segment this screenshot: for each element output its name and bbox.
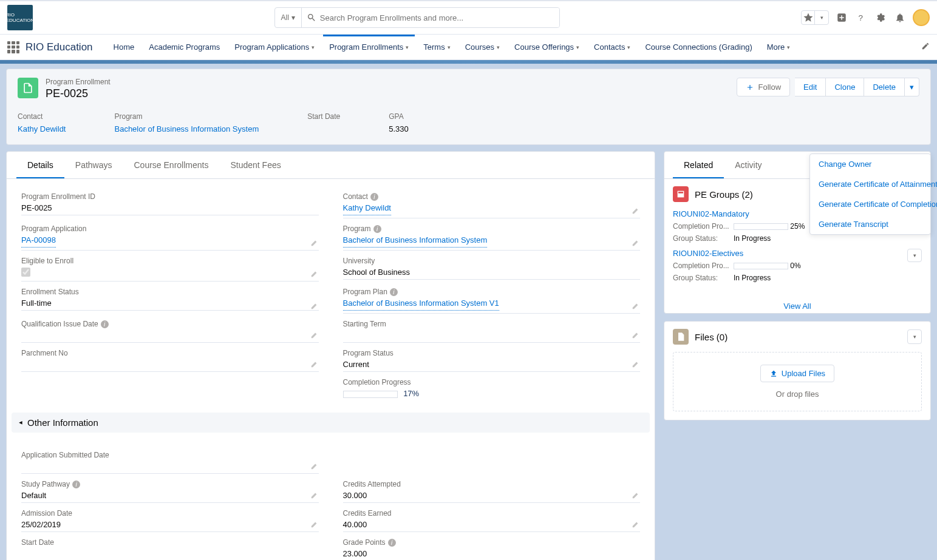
chevron-down-icon: ▾ xyxy=(627,44,630,50)
highlight-program-link[interactable]: Bachelor of Business Information System xyxy=(114,124,259,133)
info-icon[interactable]: i xyxy=(388,539,396,547)
view-all-link[interactable]: View All xyxy=(783,302,811,311)
nav-item[interactable]: Course Connections (Grading) xyxy=(639,35,758,59)
search-input[interactable] xyxy=(302,8,559,27)
tab[interactable]: Activity xyxy=(724,152,772,178)
eligible-label: Eligible to Enroll xyxy=(21,257,319,265)
nav-item[interactable]: Courses▾ xyxy=(459,35,506,59)
menu-item[interactable]: Generate Certificate of Completion xyxy=(810,194,930,214)
info-icon[interactable]: i xyxy=(390,288,398,296)
section-other-information[interactable]: ▾ Other Information xyxy=(12,413,650,433)
setup-gear-icon[interactable] xyxy=(874,11,887,24)
pe-groups-icon xyxy=(673,186,689,202)
university-label: University xyxy=(343,257,641,265)
program-application-link[interactable]: PA-00098 xyxy=(21,235,56,248)
star-icon[interactable] xyxy=(802,11,815,24)
file-drop-zone[interactable]: Upload Files Or drop files xyxy=(673,352,922,411)
menu-item[interactable]: Generate Transcript xyxy=(810,214,930,234)
nav-item[interactable]: Terms▾ xyxy=(417,35,456,59)
info-icon[interactable]: i xyxy=(72,481,80,488)
edit-pencil-icon[interactable] xyxy=(310,238,319,247)
app-launcher-icon[interactable] xyxy=(7,41,19,53)
edit-pencil-icon[interactable] xyxy=(632,360,640,368)
edit-pencil-icon[interactable] xyxy=(310,269,319,278)
chevron-down-icon: ▾ xyxy=(497,44,500,50)
completion-label: Completion Progress xyxy=(343,378,641,386)
tab[interactable]: Related xyxy=(673,152,724,178)
help-icon[interactable]: ? xyxy=(854,11,868,24)
pe-group-menu[interactable]: ▾ xyxy=(907,249,922,262)
nav-item[interactable]: Academic Programs xyxy=(143,35,226,59)
edit-pencil-icon[interactable] xyxy=(310,331,319,339)
university-value: School of Business xyxy=(343,265,641,280)
app-submitted-label: Application Submitted Date xyxy=(21,451,319,459)
favorites-dropdown[interactable]: ▾ xyxy=(815,11,828,24)
tab[interactable]: Course Enrollments xyxy=(123,152,220,178)
study-pathway-value: Default xyxy=(21,488,319,503)
user-avatar[interactable] xyxy=(913,9,930,26)
files-title[interactable]: Files (0) xyxy=(695,332,901,342)
highlight-startdate-label: Start Date xyxy=(307,112,340,121)
edit-button[interactable]: Edit xyxy=(795,78,826,96)
global-search: All ▾ xyxy=(274,7,560,28)
actions-menu: Change OwnerGenerate Certificate of Atta… xyxy=(809,153,931,235)
tab[interactable]: Pathways xyxy=(64,152,123,178)
edit-pencil-icon[interactable] xyxy=(632,520,640,528)
tab[interactable]: Details xyxy=(16,152,64,178)
edit-pencil-icon[interactable] xyxy=(310,360,319,368)
upload-files-button[interactable]: Upload Files xyxy=(760,365,834,382)
nav-item[interactable]: Program Enrollments▾ xyxy=(323,35,415,59)
menu-item[interactable]: Generate Certificate of Attainment xyxy=(810,174,930,194)
svg-text:?: ? xyxy=(859,13,864,22)
search-scope-selector[interactable]: All ▾ xyxy=(275,8,302,27)
edit-pencil-icon[interactable] xyxy=(310,462,319,470)
info-icon[interactable]: i xyxy=(370,193,378,201)
tab[interactable]: Student Fees xyxy=(219,152,291,178)
nav-item[interactable]: More▾ xyxy=(761,35,797,59)
start-date-value xyxy=(21,547,319,560)
start-date-label: Start Date xyxy=(21,538,319,547)
global-actions-icon[interactable] xyxy=(835,11,848,24)
files-menu[interactable]: ▾ xyxy=(907,329,922,344)
program-link[interactable]: Bachelor of Business Information System xyxy=(343,235,488,248)
edit-pencil-icon[interactable] xyxy=(310,302,319,310)
starting-term-value xyxy=(343,328,641,343)
pe-group-link[interactable]: RIOUNI02-Electives xyxy=(673,249,922,258)
clone-button[interactable]: Clone xyxy=(826,78,864,96)
nav-item[interactable]: Contacts▾ xyxy=(588,35,636,59)
nav-item[interactable]: Program Applications▾ xyxy=(228,35,321,59)
edit-pencil-icon[interactable] xyxy=(632,302,640,310)
nav-item[interactable]: Home xyxy=(107,35,141,59)
favorites-group: ▾ xyxy=(801,10,829,25)
menu-item[interactable]: Change Owner xyxy=(810,154,930,174)
search-scope-label: All xyxy=(281,13,289,22)
more-actions-dropdown[interactable]: ▾ xyxy=(905,78,919,96)
contact-link[interactable]: Kathy Dewildt xyxy=(343,203,391,215)
edit-pencil-icon[interactable] xyxy=(632,206,640,215)
highlight-contact-link[interactable]: Kathy Dewildt xyxy=(18,124,66,133)
delete-button[interactable]: Delete xyxy=(864,78,905,96)
qual-issue-label: Qualification Issue Date xyxy=(21,320,98,328)
edit-pencil-icon[interactable] xyxy=(632,491,640,499)
notifications-bell-icon[interactable] xyxy=(893,11,907,24)
chevron-down-icon: ▾ xyxy=(576,44,579,50)
highlight-gpa-value: 5.330 xyxy=(389,124,409,133)
edit-pencil-icon[interactable] xyxy=(632,331,640,339)
follow-button[interactable]: Follow xyxy=(737,78,790,96)
contact-label: Contact xyxy=(343,192,368,201)
edit-pencil-icon[interactable] xyxy=(310,520,319,528)
nav-item[interactable]: Course Offerings▾ xyxy=(508,35,585,59)
highlight-program-label: Program xyxy=(114,112,259,121)
info-icon[interactable]: i xyxy=(101,320,109,328)
program-plan-label: Program Plan xyxy=(343,288,387,296)
program-plan-link[interactable]: Bachelor of Business Information System … xyxy=(343,299,499,311)
edit-nav-pencil-icon[interactable] xyxy=(921,42,930,52)
edit-pencil-icon[interactable] xyxy=(632,238,640,247)
progress-bar xyxy=(734,223,788,230)
record-name: PE-0025 xyxy=(46,87,737,100)
edit-pencil-icon[interactable] xyxy=(310,491,319,499)
highlight-gpa-label: GPA xyxy=(389,112,409,121)
info-icon[interactable]: i xyxy=(373,225,381,233)
program-application-label: Program Application xyxy=(21,224,319,233)
credits-attempted-label: Credits Attempted xyxy=(343,480,641,488)
